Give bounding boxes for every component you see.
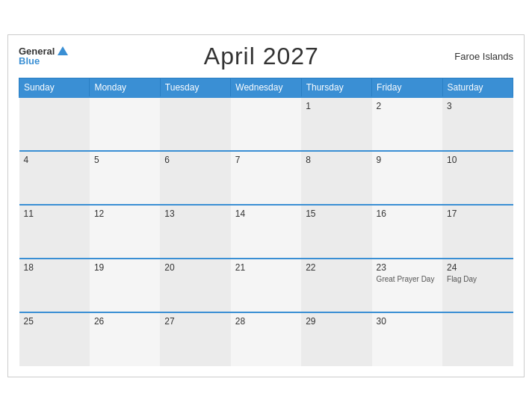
weekday-header-wednesday: Wednesday (231, 78, 301, 97)
calendar-cell: 23Great Prayer Day (372, 259, 442, 312)
calendar-cell: 20 (160, 259, 230, 312)
calendar-cell: 15 (301, 205, 371, 259)
calendar-cell: 6 (160, 151, 230, 205)
calendar-cell: 17 (442, 205, 513, 259)
calendar-cell (19, 97, 90, 151)
calendar-cell: 9 (372, 151, 442, 205)
calendar-cell (231, 97, 301, 151)
day-number: 27 (164, 316, 226, 327)
day-number: 16 (377, 208, 438, 219)
weekday-header-monday: Monday (90, 78, 160, 97)
day-number: 24 (447, 262, 508, 273)
day-number: 1 (306, 101, 367, 111)
day-number: 29 (306, 316, 367, 327)
day-number: 4 (24, 155, 85, 165)
calendar-cell: 10 (442, 151, 513, 205)
day-number: 28 (235, 316, 297, 327)
day-number: 23 (377, 262, 438, 273)
calendar-body: 1234567891011121314151617181920212223Gre… (19, 97, 513, 366)
day-number: 9 (377, 155, 438, 165)
calendar-cell: 27 (160, 312, 230, 366)
day-number: 7 (235, 155, 297, 165)
calendar-cell (90, 97, 160, 151)
week-row-3: 181920212223Great Prayer Day24Flag Day (19, 259, 513, 312)
day-number: 12 (94, 208, 155, 219)
day-number: 22 (306, 262, 367, 273)
calendar-cell: 16 (372, 205, 442, 259)
calendar-cell: 14 (231, 205, 301, 259)
calendar-cell (442, 312, 513, 366)
calendar-cell: 30 (372, 312, 442, 366)
calendar-cell: 13 (160, 205, 230, 259)
calendar-cell: 25 (19, 312, 90, 366)
day-number: 15 (306, 208, 367, 219)
day-number: 5 (94, 155, 155, 165)
weekday-header-thursday: Thursday (301, 78, 371, 97)
calendar-cell: 7 (231, 151, 301, 205)
calendar-cell: 12 (90, 205, 160, 259)
day-number: 13 (164, 208, 226, 219)
calendar-cell: 3 (442, 97, 513, 151)
calendar-cell: 24Flag Day (442, 259, 513, 312)
calendar-cell: 21 (231, 259, 301, 312)
day-number: 6 (164, 155, 226, 165)
week-row-1: 45678910 (19, 151, 513, 205)
day-number: 11 (24, 208, 85, 219)
calendar-cell: 22 (301, 259, 371, 312)
calendar-container: General Blue April 2027 Faroe Islands Su… (7, 34, 525, 377)
calendar-cell: 26 (90, 312, 160, 366)
day-number: 17 (447, 208, 508, 219)
day-number: 8 (306, 155, 367, 165)
calendar-cell: 18 (19, 259, 90, 312)
calendar-cell: 4 (19, 151, 90, 205)
calendar-cell: 2 (372, 97, 442, 151)
day-number: 30 (377, 316, 438, 327)
calendar-cell: 19 (90, 259, 160, 312)
day-number: 14 (235, 208, 297, 219)
day-number: 19 (94, 262, 155, 273)
day-number: 3 (447, 101, 508, 111)
calendar-cell: 1 (301, 97, 371, 151)
week-row-2: 11121314151617 (19, 205, 513, 259)
weekday-header-tuesday: Tuesday (160, 78, 230, 97)
weekday-header-saturday: Saturday (442, 78, 513, 97)
calendar-cell: 11 (19, 205, 90, 259)
calendar-cell: 5 (90, 151, 160, 205)
logo-blue-text: Blue (19, 56, 40, 66)
calendar-table: SundayMondayTuesdayWednesdayThursdayFrid… (19, 78, 513, 366)
calendar-header: General Blue April 2027 Faroe Islands (19, 43, 513, 70)
week-row-4: 252627282930 (19, 312, 513, 366)
calendar-cell (160, 97, 230, 151)
region-label: Faroe Islands (454, 51, 513, 62)
holiday-name: Great Prayer Day (377, 274, 438, 284)
weekday-header-sunday: Sunday (19, 78, 90, 97)
calendar-cell: 8 (301, 151, 371, 205)
calendar-cell: 29 (301, 312, 371, 366)
day-number: 20 (164, 262, 226, 273)
week-row-0: 123 (19, 97, 513, 151)
weekday-header-row: SundayMondayTuesdayWednesdayThursdayFrid… (19, 78, 513, 97)
day-number: 25 (24, 316, 85, 327)
month-title: April 2027 (204, 43, 319, 70)
logo: General Blue (19, 46, 68, 66)
day-number: 26 (94, 316, 155, 327)
day-number: 18 (24, 262, 85, 273)
logo-triangle-icon (58, 46, 68, 55)
day-number: 21 (235, 262, 297, 273)
calendar-cell: 28 (231, 312, 301, 366)
day-number: 10 (447, 155, 508, 165)
holiday-name: Flag Day (447, 274, 508, 284)
weekday-header-friday: Friday (372, 78, 442, 97)
day-number: 2 (377, 101, 438, 111)
